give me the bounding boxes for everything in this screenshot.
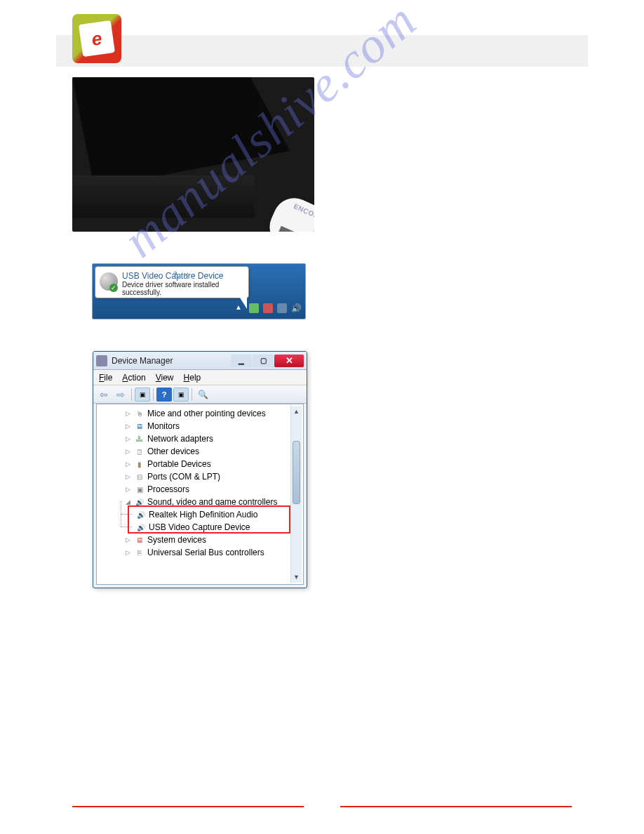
footer-rule-left <box>72 806 304 807</box>
menu-view[interactable]: View <box>156 373 174 383</box>
system-devices-icon: 🖥 <box>134 535 145 545</box>
tree-node-monitors[interactable]: ▷🖥Monitors <box>123 420 302 432</box>
brand-logo: e <box>72 14 121 63</box>
update-icon <box>249 303 259 313</box>
audio-device-icon: 🔊 <box>135 510 147 519</box>
menu-file[interactable]: File <box>99 373 112 383</box>
device-manager-icon <box>96 355 107 366</box>
footer-rule-right <box>340 806 572 807</box>
action-center-icon <box>263 303 273 313</box>
toolbar-scan-button[interactable]: 🔍 <box>195 388 210 402</box>
network-icon <box>277 303 287 313</box>
tree-node-portable[interactable]: ▷▮Portable Devices <box>123 458 302 470</box>
photo-laptop-usb: ENCORE <box>72 77 314 232</box>
toolbar-properties-button[interactable]: ▣ <box>173 388 189 402</box>
mouse-icon: 🖱 <box>134 409 145 418</box>
screenshot-balloon-notification: ✓ USB Video Capture Device Device driver… <box>92 263 306 319</box>
window-title: Device Manager <box>112 356 231 366</box>
notification-balloon: ✓ USB Video Capture Device Device driver… <box>95 266 249 298</box>
scroll-down-button[interactable]: ▼ <box>291 571 302 583</box>
tree-node-processors[interactable]: ▷▣Processors <box>123 483 302 496</box>
other-devices-icon: ⍰ <box>134 446 145 456</box>
scrollbar-thumb[interactable] <box>293 441 300 504</box>
device-tree-pane: ▷🖱Mice and other pointing devices ▷🖥Moni… <box>96 404 304 585</box>
balloon-subtitle: Device driver software installed success… <box>122 281 243 296</box>
tree-node-other[interactable]: ▷⍰Other devices <box>123 445 302 458</box>
device-manager-window: Device Manager ▁ ▢ ✕ File Action View He… <box>93 351 307 588</box>
balloon-tools: 🔧 ✕ <box>173 271 189 279</box>
header-band <box>56 35 588 67</box>
tree-node-system[interactable]: ▷🖥System devices <box>123 534 302 546</box>
tree-node-realtek-audio[interactable]: 🔊Realtek High Definition Audio <box>133 508 302 521</box>
toolbar-console-tree-button[interactable]: ▣ <box>135 388 150 402</box>
network-adapter-icon: 🖧 <box>134 434 145 444</box>
window-maximize-button[interactable]: ▢ <box>253 355 274 367</box>
usb-controllers-icon: ⎘ <box>134 548 145 557</box>
menu-action[interactable]: Action <box>122 373 145 383</box>
scrollbar[interactable]: ▲ ▼ <box>290 406 302 583</box>
processors-icon: ▣ <box>134 484 145 494</box>
toolbar-help-button[interactable]: ? <box>156 388 172 402</box>
volume-icon: 🔊 <box>291 303 301 313</box>
monitor-icon: 🖥 <box>134 421 145 431</box>
toolbar-back-button[interactable]: ⇦ <box>96 388 112 402</box>
tree-node-ports[interactable]: ▷⊟Ports (COM & LPT) <box>123 470 302 483</box>
system-tray: ▲ 🔊 <box>235 300 301 317</box>
menu-help[interactable]: Help <box>184 373 201 383</box>
audio-device-icon: 🔊 <box>135 522 147 532</box>
tree-node-sound[interactable]: ◢🔊Sound, video and game controllers <box>123 496 302 508</box>
tree-node-usb-video-capture[interactable]: 🔊USB Video Capture Device <box>133 521 302 534</box>
window-minimize-button[interactable]: ▁ <box>231 355 252 367</box>
tree-node-network[interactable]: ▷🖧Network adapters <box>123 432 302 445</box>
success-check-icon: ✓ <box>109 284 118 292</box>
window-titlebar: Device Manager ▁ ▢ ✕ <box>93 352 307 370</box>
brand-logo-glyph: e <box>79 20 115 57</box>
portable-devices-icon: ▮ <box>134 459 145 469</box>
tree-node-usb[interactable]: ▷⎘Universal Serial Bus controllers <box>123 546 302 559</box>
window-close-button[interactable]: ✕ <box>274 355 304 367</box>
menu-bar: File Action View Help <box>93 370 307 385</box>
tray-overflow-icon: ▲ <box>235 303 245 313</box>
tree-node-mice[interactable]: ▷🖱Mice and other pointing devices <box>123 407 302 420</box>
usb-brand-label: ENCORE <box>293 202 314 223</box>
ports-icon: ⊟ <box>134 472 145 482</box>
toolbar: ⇦ ⇨ ▣ ? ▣ 🔍 <box>93 385 307 404</box>
scroll-up-button[interactable]: ▲ <box>291 406 302 417</box>
sound-controllers-icon: 🔊 <box>134 497 145 507</box>
toolbar-forward-button[interactable]: ⇨ <box>113 388 128 402</box>
